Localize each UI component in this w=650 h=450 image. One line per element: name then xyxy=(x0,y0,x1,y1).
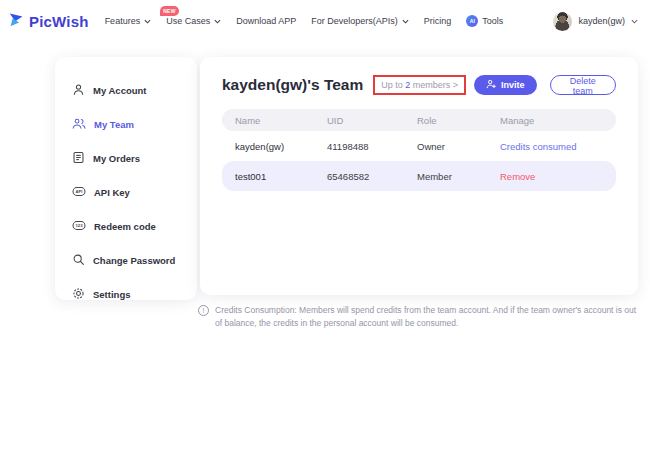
member-role: Owner xyxy=(417,141,500,152)
invite-button-label: Invite xyxy=(501,80,525,90)
team-icon xyxy=(72,117,86,132)
nav-features[interactable]: Features xyxy=(105,16,152,26)
svg-text:123: 123 xyxy=(76,223,84,228)
members-limit-link[interactable]: Up to 2 members > xyxy=(373,75,466,95)
team-header-row: kayden(gw)'s Team Up to 2 members > Invi… xyxy=(222,75,616,95)
sidebar-label: My Account xyxy=(93,85,146,96)
nav-use-cases[interactable]: NEW Use Cases xyxy=(166,16,221,26)
member-name: test001 xyxy=(235,171,327,182)
picwish-logo-icon xyxy=(8,11,25,32)
sidebar-item-my-orders[interactable]: My Orders xyxy=(72,141,197,175)
table-row: kayden(gw) 41198488 Owner Credits consum… xyxy=(222,131,616,161)
nav-tools[interactable]: AI Tools xyxy=(466,15,503,27)
sidebar-item-my-account[interactable]: My Account xyxy=(72,73,197,107)
sidebar-label: My Orders xyxy=(93,153,140,164)
members-limit-count: 2 xyxy=(405,80,410,90)
new-badge: NEW xyxy=(160,6,179,16)
column-header-uid: UID xyxy=(327,115,417,126)
chevron-down-icon xyxy=(402,18,409,25)
user-icon xyxy=(72,83,85,98)
column-header-name: Name xyxy=(235,115,327,126)
user-name: kayden(gw) xyxy=(578,16,625,26)
sidebar-item-my-team[interactable]: My Team xyxy=(72,107,197,141)
member-uid: 65468582 xyxy=(327,171,417,182)
team-panel: kayden(gw)'s Team Up to 2 members > Invi… xyxy=(200,57,638,295)
nav-features-label: Features xyxy=(105,16,141,26)
info-icon: ! xyxy=(198,305,209,316)
members-limit-suffix: members > xyxy=(413,80,458,90)
member-name: kayden(gw) xyxy=(235,141,327,152)
sidebar-label: Change Password xyxy=(93,255,175,266)
column-header-manage: Manage xyxy=(500,115,616,126)
nav-download-app[interactable]: Download APP xyxy=(236,16,296,26)
api-key-icon: API xyxy=(72,185,86,200)
avatar[interactable] xyxy=(553,12,572,31)
note-text: Credits Consumption: Members will spend … xyxy=(215,304,644,330)
top-navigation-bar: PicWish Features NEW Use Cases Download … xyxy=(0,0,650,42)
nav-tools-label: Tools xyxy=(482,16,503,26)
account-sidebar: My Account My Team xyxy=(55,57,197,300)
sidebar-item-api-key[interactable]: API API Key xyxy=(72,175,197,209)
member-role: Member xyxy=(417,171,500,182)
nav-for-developers[interactable]: For Developers(APIs) xyxy=(311,16,409,26)
credits-consumed-link[interactable]: Credits consumed xyxy=(500,141,616,152)
main-nav: Features NEW Use Cases Download APP For … xyxy=(105,15,504,27)
nav-pricing-label: Pricing xyxy=(424,16,452,26)
sidebar-label: Redeem code xyxy=(94,221,156,232)
sidebar-label: API Key xyxy=(94,187,130,198)
table-header-row: Name UID Role Manage xyxy=(222,109,616,131)
remove-member-link[interactable]: Remove xyxy=(500,171,616,182)
nav-pricing[interactable]: Pricing xyxy=(424,16,452,26)
brand-name: PicWish xyxy=(29,13,89,30)
column-header-role: Role xyxy=(417,115,500,126)
invite-button[interactable]: Invite xyxy=(474,75,537,95)
nav-for-developers-label: For Developers(APIs) xyxy=(311,16,398,26)
sidebar-label: My Team xyxy=(94,119,134,130)
sidebar-label: Settings xyxy=(93,289,130,300)
sidebar-item-redeem-code[interactable]: 123 Redeem code xyxy=(72,209,197,243)
chevron-down-icon xyxy=(144,18,151,25)
table-row: test001 65468582 Member Remove xyxy=(222,161,616,191)
redeem-code-icon: 123 xyxy=(72,219,86,234)
member-uid: 41198488 xyxy=(327,141,417,152)
picwish-team-page: PicWish Features NEW Use Cases Download … xyxy=(0,0,650,450)
orders-icon xyxy=(72,151,85,166)
credits-consumption-note: ! Credits Consumption: Members will spen… xyxy=(198,304,644,330)
invite-user-icon xyxy=(486,79,496,91)
members-limit-prefix: Up to xyxy=(381,80,403,90)
settings-icon xyxy=(72,287,85,302)
user-menu[interactable]: kayden(gw) xyxy=(553,12,638,31)
ai-tools-icon: AI xyxy=(466,15,478,27)
members-table: Name UID Role Manage kayden(gw) 41198488… xyxy=(222,109,616,191)
chevron-down-icon xyxy=(631,18,638,25)
change-password-icon xyxy=(72,253,85,268)
sidebar-item-change-password[interactable]: Change Password xyxy=(72,243,197,277)
delete-team-button[interactable]: Delete team xyxy=(550,75,616,95)
svg-text:API: API xyxy=(76,189,83,194)
chevron-down-icon xyxy=(214,18,221,25)
team-title: kayden(gw)'s Team xyxy=(222,76,363,94)
nav-use-cases-label: Use Cases xyxy=(166,16,210,26)
sidebar-item-settings[interactable]: Settings xyxy=(72,277,197,311)
nav-download-app-label: Download APP xyxy=(236,16,296,26)
picwish-logo[interactable]: PicWish xyxy=(8,11,89,32)
